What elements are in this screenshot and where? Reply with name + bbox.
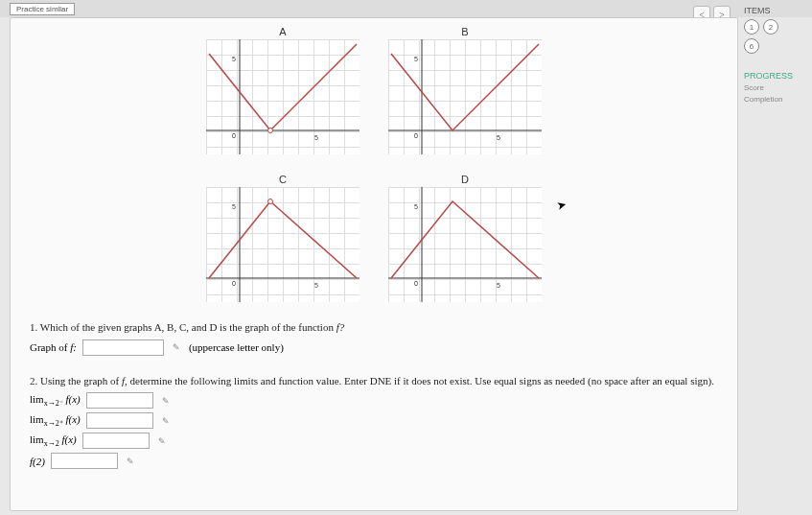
svg-text:0: 0 xyxy=(232,132,236,139)
f2-label: f(2) xyxy=(30,456,45,467)
graph-answer-input[interactable] xyxy=(82,339,164,356)
svg-point-16 xyxy=(268,199,273,204)
graph-b: B 0 5 5 xyxy=(388,26,542,154)
wand-icon[interactable]: ✎ xyxy=(159,414,173,428)
limit-right-input[interactable] xyxy=(86,412,153,429)
wand-icon[interactable]: ✎ xyxy=(170,340,183,354)
limit-label: limx→2 f(x) xyxy=(30,433,77,448)
svg-text:5: 5 xyxy=(232,203,236,210)
graph-b-label: B xyxy=(388,26,542,37)
limit-right-label: limx→2⁺ f(x) xyxy=(30,413,81,428)
svg-text:5: 5 xyxy=(414,56,418,62)
svg-text:5: 5 xyxy=(314,282,318,289)
graph-a: A 0 5 5 xyxy=(206,26,360,154)
graph-a-label: A xyxy=(206,26,360,37)
wand-icon[interactable]: ✎ xyxy=(159,394,173,408)
q1-input-row: Graph of f: ✎ (uppercase letter only) xyxy=(30,339,718,356)
q2-row-3: f(2) ✎ xyxy=(30,453,718,469)
svg-text:5: 5 xyxy=(232,56,236,62)
main-panel: A 0 5 5 B 0 5 5 C 0 xyxy=(10,17,738,511)
graph-d-label: D xyxy=(388,174,542,185)
limit-input[interactable] xyxy=(82,433,150,449)
svg-text:5: 5 xyxy=(497,134,500,141)
svg-text:5: 5 xyxy=(497,282,500,289)
sidebar: ITEMS 1 2 6 PROGRESS Score Completion xyxy=(740,6,812,104)
completion-label: Completion xyxy=(740,95,812,104)
svg-point-5 xyxy=(268,129,273,133)
svg-text:0: 0 xyxy=(414,132,418,139)
top-bar: Practice similar xyxy=(0,0,812,17)
question-2: 2. Using the graph of f, determine the f… xyxy=(30,373,718,389)
q2-row-1: limx→2⁺ f(x) ✎ xyxy=(30,412,718,429)
graph-c-label: C xyxy=(206,174,360,185)
item-2[interactable]: 2 xyxy=(763,19,778,35)
graphs-container: A 0 5 5 B 0 5 5 C 0 xyxy=(182,26,566,302)
svg-text:5: 5 xyxy=(314,134,318,141)
q1-hint: (uppercase letter only) xyxy=(189,341,284,353)
svg-text:0: 0 xyxy=(232,280,236,287)
q1-label: Graph of f: xyxy=(30,341,77,353)
item-6[interactable]: 6 xyxy=(744,38,759,54)
graph-d: D 0 5 5 xyxy=(388,174,542,302)
q2-row-2: limx→2 f(x) ✎ xyxy=(30,433,718,449)
score-label: Score xyxy=(740,83,812,92)
wand-icon[interactable]: ✎ xyxy=(124,455,137,468)
item-1[interactable]: 1 xyxy=(744,19,759,35)
q2-row-0: limx→2⁻ f(x) ✎ xyxy=(30,392,718,409)
wand-icon[interactable]: ✎ xyxy=(155,434,169,448)
graph-c: C 0 5 5 xyxy=(206,174,360,302)
f2-input[interactable] xyxy=(51,453,118,469)
practice-similar-button[interactable]: Practice similar xyxy=(10,3,75,15)
limit-left-label: limx→2⁻ f(x) xyxy=(30,393,81,408)
svg-text:0: 0 xyxy=(414,280,418,287)
limit-left-input[interactable] xyxy=(86,392,153,409)
progress-title: PROGRESS xyxy=(740,71,812,81)
question-1: 1. Which of the given graphs A, B, C, an… xyxy=(30,319,718,336)
items-title: ITEMS xyxy=(740,6,812,15)
svg-text:5: 5 xyxy=(414,203,418,210)
